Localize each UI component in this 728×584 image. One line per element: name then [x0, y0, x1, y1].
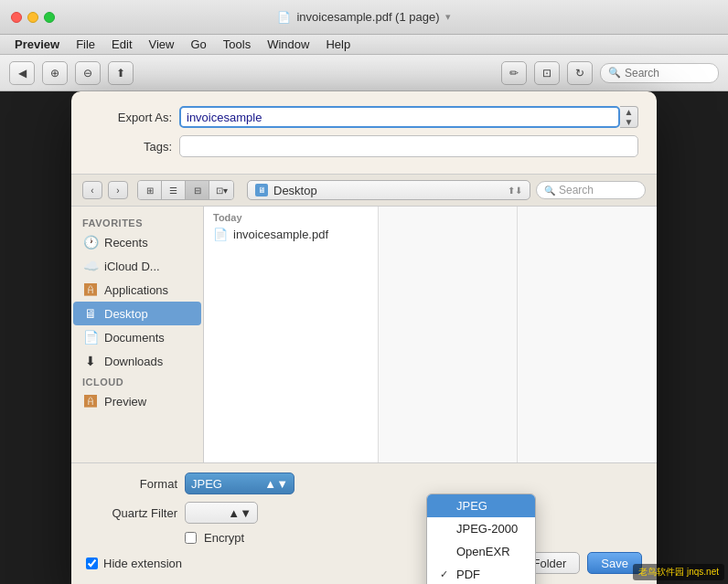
recents-icon: 🕐 — [82, 234, 99, 250]
menu-file[interactable]: File — [69, 36, 102, 54]
icloud-header: iCloud — [71, 373, 203, 389]
sidebar-downloads-label: Downloads — [104, 355, 163, 368]
toolbar-search[interactable]: 🔍 — [600, 63, 719, 83]
format-popup: JPEG JPEG-2000 OpenEXR ✓ PDF PNG TIFF — [426, 494, 536, 584]
sidebar-applications-label: Applications — [104, 283, 168, 297]
sidebar-item-documents[interactable]: 📄 Documents — [73, 325, 201, 349]
browser-toolbar: ‹ › ⊞ ☰ ⊟ ⊡▾ 🖥 Desktop ⬆⬇ 🔍 Search — [71, 174, 657, 207]
export-as-input[interactable] — [179, 106, 620, 128]
sidebar-item-recents[interactable]: 🕐 Recents — [73, 230, 201, 254]
desktop-icon: 🖥 — [82, 305, 99, 322]
zoom-out-button[interactable]: ⊖ — [75, 61, 101, 85]
window-title: 📄 invoicesample.pdf (1 page) ▾ — [277, 10, 450, 24]
list-view-button[interactable]: ☰ — [162, 181, 186, 199]
back-nav-button[interactable]: ‹ — [82, 181, 102, 199]
sidebar-preview-label: Preview — [104, 395, 146, 409]
toolbar: ◀ ⊕ ⊖ ⬆ ✏ ⊡ ↻ 🔍 — [0, 55, 728, 91]
format-openexr-label: OpenEXR — [456, 545, 510, 558]
browser-search-icon: 🔍 — [544, 186, 555, 196]
tags-input[interactable] — [179, 135, 638, 157]
forward-nav-button[interactable]: › — [108, 181, 128, 199]
magnify-button[interactable]: ⊕ — [42, 61, 68, 85]
icloud-icon: ☁️ — [82, 258, 99, 274]
gallery-view-button[interactable]: ⊡▾ — [209, 181, 233, 199]
encrypt-row: Encrypt — [86, 531, 642, 545]
sidebar-item-desktop[interactable]: 🖥 Desktop — [73, 302, 201, 325]
format-jpeg-label: JPEG — [456, 499, 487, 513]
crop-button[interactable]: ⊡ — [534, 61, 560, 85]
browser-search-placeholder: Search — [559, 184, 594, 196]
maximize-button[interactable] — [44, 12, 55, 23]
menu-tools[interactable]: Tools — [216, 36, 258, 54]
sidebar-recents-label: Recents — [104, 236, 148, 250]
share-button[interactable]: ⬆ — [108, 61, 134, 85]
export-as-label: Export As: — [90, 111, 172, 124]
quartz-filter-label: Quartz Filter — [86, 506, 177, 520]
minimize-button[interactable] — [27, 12, 38, 23]
preview-icon: 🅰 — [82, 393, 99, 409]
pdf-file-icon: 📄 — [213, 228, 228, 241]
close-button[interactable] — [11, 12, 22, 23]
search-icon: 🔍 — [608, 67, 621, 79]
format-option-jpeg2000[interactable]: JPEG-2000 — [427, 517, 535, 540]
format-dropdown-arrow: ▲▼ — [264, 477, 288, 491]
icon-view-button[interactable]: ⊞ — [138, 181, 162, 199]
format-row: Format JPEG ▲▼ — [86, 473, 642, 494]
dialog-header: Export As: ▲▼ Tags: — [71, 91, 657, 174]
annotate-button[interactable]: ✏ — [501, 61, 527, 85]
browser-search[interactable]: 🔍 Search — [536, 181, 646, 199]
sidebar-item-preview[interactable]: 🅰 Preview — [73, 389, 201, 413]
menu-help[interactable]: Help — [318, 36, 358, 54]
sidebar-item-downloads[interactable]: ⬇ Downloads — [73, 349, 201, 373]
menu-preview[interactable]: Preview — [7, 36, 67, 54]
format-dropdown[interactable]: JPEG ▲▼ — [185, 473, 294, 494]
quartz-filter-dropdown[interactable]: ▲▼ — [185, 502, 258, 524]
browser-body: Favorites 🕐 Recents ☁️ iCloud D... 🅰 App… — [71, 207, 657, 462]
stepper-up[interactable]: ▲▼ — [620, 106, 638, 128]
dialog-footer: Format JPEG ▲▼ Quartz Filter ▲▼ Encrypt … — [71, 462, 657, 584]
menu-edit[interactable]: Edit — [104, 36, 139, 54]
format-option-pdf[interactable]: ✓ PDF — [427, 563, 535, 584]
hide-extension-checkbox[interactable] — [86, 557, 98, 569]
format-option-jpeg[interactable]: JPEG — [427, 494, 535, 517]
doc-icon: 📄 — [277, 11, 291, 24]
today-header: Today — [204, 207, 378, 225]
rotate-button[interactable]: ↻ — [567, 61, 593, 85]
file-area: Today 📄 invoicesample.pdf — [204, 207, 378, 462]
back-button[interactable]: ◀ — [9, 61, 35, 85]
format-jpeg2000-label: JPEG-2000 — [456, 522, 518, 536]
dropdown-arrow-icon: ⬆⬇ — [508, 186, 522, 196]
sidebar-item-applications[interactable]: 🅰 Applications — [73, 278, 201, 302]
menu-view[interactable]: View — [142, 36, 182, 54]
sidebar-icloud-label: iCloud D... — [104, 260, 160, 273]
sidebar-item-icloud[interactable]: ☁️ iCloud D... — [73, 254, 201, 278]
sidebar: Favorites 🕐 Recents ☁️ iCloud D... 🅰 App… — [71, 207, 204, 462]
view-mode-buttons: ⊞ ☰ ⊟ ⊡▾ — [137, 180, 234, 200]
column-panel-3 — [517, 207, 657, 462]
tags-row: Tags: — [90, 135, 638, 157]
location-dropdown[interactable]: 🖥 Desktop ⬆⬇ — [247, 180, 530, 200]
downloads-icon: ⬇ — [82, 353, 99, 369]
encrypt-checkbox[interactable] — [185, 532, 197, 544]
documents-icon: 📄 — [82, 329, 99, 345]
menu-bar: Preview File Edit View Go Tools Window H… — [0, 35, 728, 55]
menu-window[interactable]: Window — [260, 36, 316, 54]
quartz-filter-row: Quartz Filter ▲▼ — [86, 502, 642, 524]
column-view-button[interactable]: ⊟ — [186, 181, 209, 199]
location-label: Desktop — [273, 184, 317, 197]
file-item-invoice[interactable]: 📄 invoicesample.pdf — [204, 225, 378, 244]
watermark: 老鸟软件园 jnqs.net — [633, 564, 724, 580]
format-label: Format — [86, 477, 177, 491]
export-as-row: Export As: ▲▼ — [90, 106, 638, 128]
bottom-buttons-row: Hide extension New Folder Save — [86, 552, 642, 574]
format-option-openexr[interactable]: OpenEXR — [427, 540, 535, 563]
quartz-filter-arrow: ▲▼ — [228, 506, 252, 520]
format-pdf-label: PDF — [456, 568, 480, 581]
format-value: JPEG — [191, 477, 222, 491]
export-dialog: Export As: ▲▼ Tags: ‹ › ⊞ ☰ ⊟ ⊡▾ 🖥 Deskt… — [71, 91, 657, 584]
sidebar-desktop-label: Desktop — [104, 307, 148, 321]
menu-go[interactable]: Go — [183, 36, 213, 54]
hide-extension-label: Hide extension — [103, 557, 182, 570]
search-input[interactable] — [625, 67, 711, 80]
pdf-check: ✓ — [440, 568, 453, 580]
